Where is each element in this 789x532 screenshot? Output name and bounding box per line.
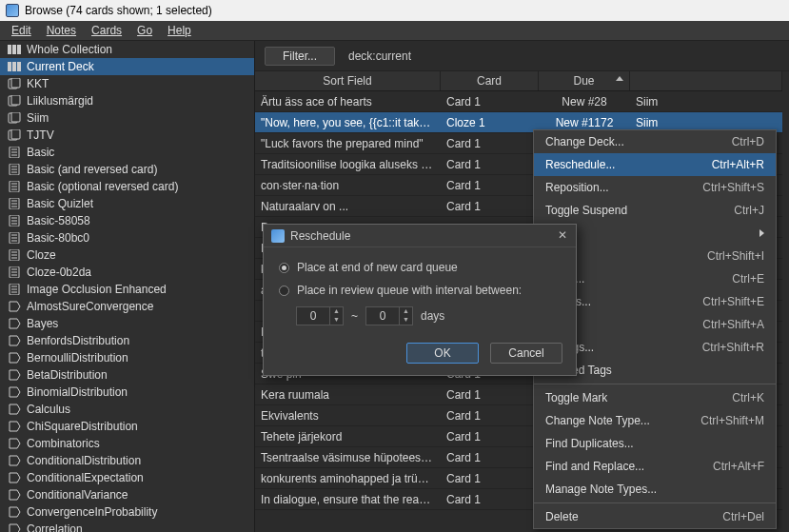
context-shortcut: Ctrl+Shift+R (702, 341, 764, 354)
reschedule-dialog: Reschedule ✕ Place at end of new card qu… (263, 224, 577, 376)
option-review-interval[interactable]: Place in review queue with interval betw… (279, 284, 561, 297)
chevron-right-icon (759, 229, 764, 237)
context-shortcut: Ctrl+Del (722, 510, 764, 523)
cancel-button[interactable]: Cancel (490, 343, 562, 364)
sidebar-item[interactable]: Basic (and reversed card) (0, 161, 254, 178)
context-label: Manage Note Types... (545, 483, 657, 496)
context-item[interactable]: Toggle SuspendCtrl+J (534, 199, 776, 222)
context-shortcut: Ctrl+Alt+R (712, 158, 764, 171)
ok-button[interactable]: OK (406, 343, 479, 364)
spin-up-icon[interactable]: ▲ (399, 307, 412, 316)
sidebar-item[interactable]: Bayes (0, 315, 254, 332)
context-item[interactable]: Change Deck...Ctrl+D (534, 130, 776, 153)
context-item[interactable]: Change Note Type...Ctrl+Shift+M (534, 409, 776, 432)
sidebar-item[interactable]: ConditionalExpectation (0, 469, 254, 486)
sidebar-item[interactable]: Current Deck (0, 58, 254, 75)
svg-rect-3 (8, 62, 11, 71)
sidebar-item[interactable]: Basic-58058 (0, 212, 254, 229)
sidebar-item[interactable]: BernoulliDistribution (0, 349, 254, 366)
context-item[interactable]: Manage Note Types... (534, 478, 776, 501)
spin-down-icon[interactable]: ▼ (329, 316, 343, 325)
menu-go[interactable]: Go (129, 22, 160, 39)
cell-sortfield: con·ster·na·tion (255, 179, 441, 192)
interval-to-spinner[interactable]: ▲▼ (365, 306, 413, 325)
sidebar-item[interactable]: ConvergenceInProbability (0, 503, 254, 521)
svg-rect-2 (17, 45, 21, 54)
spin-up-icon[interactable]: ▲ (329, 307, 343, 316)
close-icon[interactable]: ✕ (555, 228, 570, 244)
cell-sortfield: Ärtu äss ace of hearts (255, 95, 441, 108)
toolbar: Filter... deck:current (255, 41, 789, 71)
sidebar-item-label: Basic-80bc0 (27, 231, 89, 245)
interval-from-input[interactable] (297, 309, 329, 323)
sidebar-item[interactable]: ConditionalDistribution (0, 452, 254, 469)
context-shortcut: Ctrl+E (732, 272, 764, 286)
table-header: Sort Field Card Due (255, 71, 782, 91)
sidebar-item[interactable]: Whole Collection (0, 41, 254, 58)
cell-card: Card 1 (441, 200, 539, 213)
table-row[interactable]: Ärtu äss ace of heartsCard 1New #28Siim (255, 91, 782, 112)
sidebar-item[interactable]: Image Occlusion Enhanced (0, 281, 254, 298)
spin-down-icon[interactable]: ▼ (399, 316, 412, 325)
sidebar-item[interactable]: KKT (0, 75, 254, 92)
menu-edit[interactable]: Edit (4, 22, 39, 39)
cell-due: New #1172 (539, 116, 630, 129)
collection-icon (8, 61, 21, 72)
tag-icon (8, 455, 21, 466)
search-text[interactable]: deck:current (348, 49, 411, 63)
context-item[interactable]: DeleteCtrl+Del (534, 505, 776, 528)
col-due[interactable]: Due (539, 71, 630, 90)
option-end-of-queue[interactable]: Place at end of new card queue (279, 261, 561, 274)
menu-cards[interactable]: Cards (84, 22, 129, 39)
sidebar-item[interactable]: Basic Quizlet (0, 195, 254, 212)
interval-from-spinner[interactable]: ▲▼ (296, 306, 344, 325)
svg-rect-4 (12, 62, 16, 71)
sidebar-item[interactable]: BenfordsDistribution (0, 332, 254, 349)
sort-asc-icon (616, 76, 623, 81)
sidebar-item[interactable]: Liiklusmärgid (0, 92, 254, 109)
col-sortfield[interactable]: Sort Field (255, 71, 441, 90)
sidebar-item[interactable]: Siim (0, 109, 254, 127)
sidebar-item[interactable]: Basic-80bc0 (0, 229, 254, 246)
context-item[interactable]: Reschedule...Ctrl+Alt+R (534, 153, 776, 176)
context-item[interactable]: Toggle MarkCtrl+K (534, 386, 776, 409)
sidebar-item[interactable]: AlmostSureConvergence (0, 298, 254, 315)
sidebar-item-label: Basic (optional reversed card) (27, 180, 178, 193)
context-shortcut: Ctrl+Shift+E (702, 295, 764, 308)
sidebar-item[interactable]: Combinatorics (0, 435, 254, 452)
menu-bar: Edit Notes Cards Go Help (0, 21, 789, 41)
menu-separator (534, 502, 776, 503)
sidebar-item[interactable]: Basic (optional reversed card) (0, 178, 254, 195)
tag-icon (8, 352, 21, 364)
context-label: Change Note Type... (545, 414, 650, 427)
sidebar-item[interactable]: Calculus (0, 401, 254, 418)
context-label: Change Deck... (545, 135, 624, 148)
context-shortcut: Ctrl+Shift+I (707, 249, 764, 263)
days-label: days (421, 309, 444, 323)
tag-icon (8, 386, 21, 398)
menu-help[interactable]: Help (160, 22, 199, 39)
sidebar-item[interactable]: TJTV (0, 127, 254, 144)
window-titlebar: Browse (74 cards shown; 1 selected) (0, 0, 789, 21)
cell-card: Card 1 (441, 430, 539, 443)
context-item[interactable]: Reposition...Ctrl+Shift+S (534, 176, 776, 199)
sidebar-item[interactable]: BinomialDistribution (0, 384, 254, 401)
col-card[interactable]: Card (441, 71, 539, 90)
filter-button[interactable]: Filter... (265, 47, 335, 66)
sidebar-item[interactable]: ChiSquareDistribution (0, 418, 254, 435)
context-item[interactable]: Find and Replace...Ctrl+Alt+F (534, 455, 776, 478)
sidebar-item[interactable]: BetaDistribution (0, 366, 254, 384)
sidebar-item[interactable]: Correlation (0, 521, 254, 532)
col-deck[interactable] (630, 71, 782, 90)
context-item[interactable]: Find Duplicates... (534, 432, 776, 455)
interval-to-input[interactable] (366, 309, 399, 323)
menu-notes[interactable]: Notes (39, 22, 84, 39)
cell-deck: Siim (630, 116, 782, 129)
sidebar-item-label: BenfordsDistribution (27, 334, 129, 347)
context-shortcut: Ctrl+D (732, 135, 764, 148)
sidebar-item[interactable]: ConditionalVariance (0, 486, 254, 503)
sidebar-item[interactable]: Cloze (0, 246, 254, 264)
sidebar-item-label: TJTV (27, 128, 54, 142)
sidebar-item[interactable]: Cloze-0b2da (0, 264, 254, 281)
sidebar-item[interactable]: Basic (0, 144, 254, 161)
